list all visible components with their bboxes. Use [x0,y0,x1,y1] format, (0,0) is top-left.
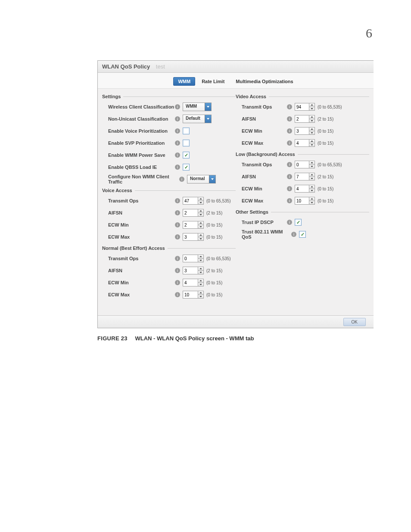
checkbox-trust-wmm[interactable] [299,231,306,238]
info-icon[interactable]: i [287,162,292,167]
info-icon[interactable]: i [175,140,180,146]
info-icon[interactable]: i [175,116,180,121]
info-icon[interactable]: i [175,222,180,227]
arrow-down-icon[interactable] [309,165,314,168]
arrow-up-icon[interactable] [198,233,203,237]
spinner-voice-ecwmin[interactable] [183,221,204,229]
arrow-up-icon[interactable] [198,255,203,259]
info-icon[interactable]: i [287,104,292,109]
spinner-voice-ecwmax[interactable] [183,233,204,241]
info-icon[interactable]: i [287,198,292,203]
arrow-up-icon[interactable] [309,197,314,201]
group-voice: Voice Access [102,188,236,193]
page-number: 6 [366,26,372,40]
arrow-down-icon[interactable] [198,237,203,241]
checkbox-qbss[interactable] [183,164,190,171]
chevron-down-icon[interactable] [209,175,215,183]
arrow-down-icon[interactable] [198,201,203,205]
dropdown-nonwmm[interactable]: Normal [187,175,216,184]
info-icon[interactable]: i [175,268,180,273]
spinner-low-ops[interactable] [295,161,315,168]
arrow-down-icon[interactable] [309,143,314,147]
arrow-up-icon[interactable] [198,221,203,225]
info-icon[interactable]: i [287,220,292,225]
info-icon[interactable]: i [175,198,180,203]
arrow-down-icon[interactable] [309,201,314,205]
spinner-normal-ops[interactable] [183,255,204,262]
info-icon[interactable]: i [287,186,292,191]
arrow-up-icon[interactable] [309,140,314,143]
info-icon[interactable]: i [175,152,180,158]
info-icon[interactable]: i [287,128,292,134]
arrow-up-icon[interactable] [198,267,203,271]
info-icon[interactable]: i [175,104,180,109]
info-icon[interactable]: i [175,234,180,240]
arrow-up-icon[interactable] [309,185,314,189]
info-icon[interactable]: i [175,280,180,285]
arrow-down-icon[interactable] [309,107,314,111]
info-icon[interactable]: i [175,165,180,170]
arrow-down-icon[interactable] [198,295,203,299]
arrow-up-icon[interactable] [309,115,314,119]
info-icon[interactable]: i [291,232,296,237]
chevron-down-icon[interactable] [205,103,211,111]
spinner-video-ecwmax[interactable] [295,139,315,147]
spinner-low-ecwmax[interactable] [295,197,315,205]
arrow-up-icon[interactable] [309,161,314,165]
label-low-ecwmax: ECW Max [242,198,287,203]
info-icon[interactable]: i [175,256,180,261]
spinner-low-ecwmin[interactable] [295,185,315,193]
arrow-down-icon[interactable] [198,283,203,286]
spinner-voice-ops[interactable] [183,197,204,205]
spinner-normal-ecwmin[interactable] [183,279,204,286]
label-voice-ops: Transmit Ops [108,198,175,203]
range-ecw: (0 to 15) [206,280,222,285]
spinner-voice-aifsn[interactable] [183,209,204,217]
info-icon[interactable]: i [287,140,292,146]
arrow-up-icon[interactable] [198,197,203,201]
tab-rate-limit[interactable]: Rate Limit [197,77,229,86]
arrow-down-icon[interactable] [198,213,203,217]
checkbox-voice-pri[interactable] [183,128,190,134]
group-other: Other Settings [236,209,369,215]
dropdown-nuc[interactable]: Default [183,115,212,123]
label-video-aifsn: AIFSN [242,116,287,121]
info-icon[interactable]: i [287,174,292,179]
arrow-down-icon[interactable] [309,177,314,180]
arrow-up-icon[interactable] [198,209,203,213]
info-icon[interactable]: i [175,292,180,297]
arrow-down-icon[interactable] [198,259,203,262]
arrow-up-icon[interactable] [309,128,314,131]
arrow-down-icon[interactable] [309,189,314,193]
checkbox-wmm-ps[interactable] [183,152,190,159]
label-nonwmm: Configure Non WMM Client Traffic [108,174,179,184]
label-low-aifsn: AIFSN [242,174,287,179]
info-icon[interactable]: i [287,116,292,121]
chevron-down-icon[interactable] [205,115,211,123]
dropdown-wcc[interactable]: WMM [183,103,212,111]
arrow-up-icon[interactable] [198,279,203,283]
info-icon[interactable]: i [179,177,184,182]
arrow-up-icon[interactable] [309,103,314,107]
checkbox-trust-dscp[interactable] [295,219,302,226]
group-low: Low (Background) Access [236,152,369,157]
spinner-low-aifsn[interactable] [295,173,315,180]
arrow-down-icon[interactable] [309,119,314,123]
info-icon[interactable]: i [175,210,180,215]
arrow-up-icon[interactable] [309,173,314,177]
spinner-video-ecwmin[interactable] [295,127,315,135]
arrow-down-icon[interactable] [309,131,314,135]
ok-button[interactable]: OK [343,318,366,326]
spinner-normal-aifsn[interactable] [183,267,204,274]
spinner-video-ops[interactable] [295,103,315,111]
arrow-down-icon[interactable] [198,225,203,229]
arrow-up-icon[interactable] [198,291,203,295]
arrow-down-icon[interactable] [198,271,203,274]
checkbox-svp-pri[interactable] [183,140,190,146]
tab-wmm[interactable]: WMM [173,77,195,86]
tab-multimedia-opt[interactable]: Multimedia Optimizations [231,77,298,86]
range-ecw: (0 to 15) [318,129,333,134]
spinner-normal-ecwmax[interactable] [183,291,204,299]
spinner-video-aifsn[interactable] [295,115,315,123]
info-icon[interactable]: i [175,128,180,134]
